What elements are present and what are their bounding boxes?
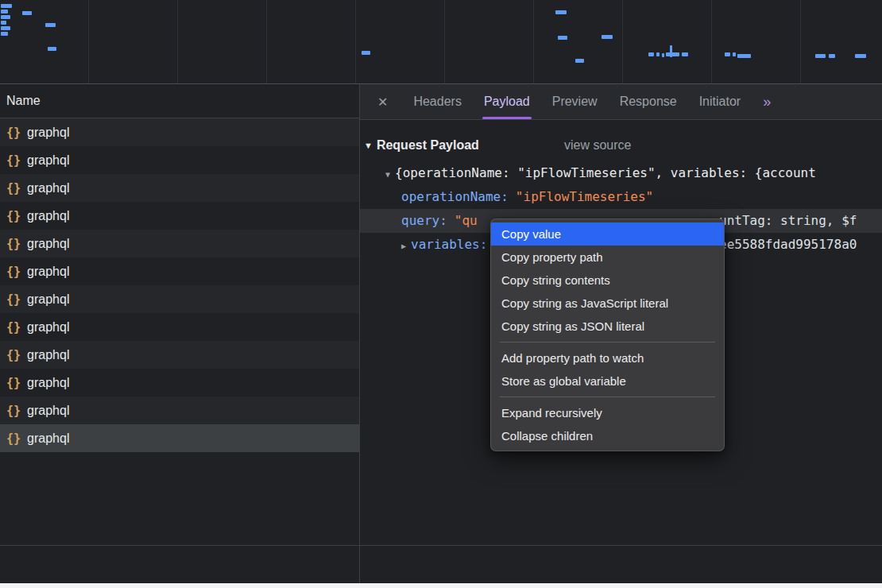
tab-response[interactable]: Response	[609, 84, 688, 119]
json-braces-icon: {}	[6, 209, 21, 223]
json-braces-icon: {}	[6, 376, 21, 390]
request-name: graphql	[27, 153, 69, 168]
menu-item-collapse-children[interactable]: Collapse children	[491, 424, 724, 447]
menu-item-copy-string-as-json-literal[interactable]: Copy string as JSON literal	[491, 315, 724, 338]
request-name: graphql	[27, 404, 69, 418]
menu-item-copy-value[interactable]: Copy value	[491, 222, 724, 246]
timeline-request-bar	[1, 32, 8, 36]
network-request-list-panel: Name {}graphql{}graphql{}graphql{}graphq…	[0, 84, 360, 545]
request-name: graphql	[27, 265, 69, 279]
timeline-request-bar	[662, 53, 664, 57]
name-column-header[interactable]: Name	[0, 84, 359, 118]
timeline-request-bar	[48, 47, 56, 51]
timeline-request-bar	[1, 4, 12, 8]
request-name: graphql	[27, 209, 69, 223]
menu-separator	[500, 397, 715, 397]
tab-payload[interactable]: Payload	[473, 84, 541, 119]
json-braces-icon: {}	[6, 181, 21, 195]
collapse-triangle-icon[interactable]: ▼	[385, 170, 390, 179]
request-name: graphql	[27, 237, 69, 251]
json-braces-icon: {}	[6, 237, 21, 251]
timeline-request-bar	[733, 52, 736, 56]
request-name: graphql	[27, 431, 69, 446]
context-menu: Copy valueCopy property pathCopy string …	[490, 219, 725, 451]
collapse-triangle-icon[interactable]: ▼	[364, 141, 373, 150]
timeline-overview[interactable]	[0, 0, 882, 84]
property-value-end: ee5588fdad995178a0	[719, 233, 857, 257]
property-value-start: "qu	[455, 213, 478, 228]
timeline-request-bar	[666, 52, 679, 56]
timeline-request-bar	[829, 54, 835, 58]
json-braces-icon: {}	[6, 126, 21, 140]
json-braces-icon: {}	[6, 292, 21, 307]
property-value-end: untTag: string, $f	[719, 209, 857, 233]
menu-item-add-property-path-to-watch[interactable]: Add property path to watch	[491, 346, 724, 369]
view-source-link[interactable]: view source	[564, 138, 631, 153]
timeline-request-bar	[670, 45, 672, 57]
timeline-request-bar	[575, 59, 584, 63]
more-tabs-icon[interactable]: »	[763, 94, 771, 110]
property-key: query:	[401, 213, 447, 228]
network-request-row[interactable]: {}graphql	[0, 146, 359, 174]
detail-tabbar: ✕ HeadersPayloadPreviewResponseInitiator…	[360, 84, 882, 120]
timeline-request-bar	[22, 11, 32, 15]
timeline-request-bar	[682, 52, 688, 56]
property-key: variables:	[411, 237, 487, 252]
panel-divider	[359, 545, 360, 583]
request-name: graphql	[27, 181, 69, 195]
menu-item-copy-string-as-javascript-literal[interactable]: Copy string as JavaScript literal	[491, 292, 724, 315]
request-payload-title: Request Payload	[377, 138, 479, 153]
tab-preview[interactable]: Preview	[541, 84, 609, 119]
json-braces-icon: {}	[6, 431, 21, 446]
menu-item-expand-recursively[interactable]: Expand recursively	[491, 401, 724, 424]
close-icon[interactable]: ✕	[360, 95, 402, 110]
request-name: graphql	[27, 126, 69, 140]
timeline-request-bar	[855, 54, 866, 58]
network-request-row[interactable]: {}graphql	[0, 230, 359, 257]
timeline-request-bar	[648, 52, 654, 56]
timeline-request-bar	[815, 54, 826, 58]
page-bottom-strip	[0, 583, 882, 588]
operation-name-row[interactable]: operationName:"ipFlowTimeseries"	[360, 185, 882, 209]
network-request-row[interactable]: {}graphql	[0, 174, 359, 202]
json-braces-icon: {}	[6, 320, 21, 335]
network-request-row[interactable]: {}graphql	[0, 118, 359, 146]
payload-root-row[interactable]: ▼{operationName: "ipFlowTimeseries", var…	[360, 161, 882, 185]
devtools-window: Name {}graphql{}graphql{}graphql{}graphq…	[0, 0, 882, 588]
name-column-label: Name	[6, 94, 41, 107]
network-request-row[interactable]: {}graphql	[0, 397, 359, 424]
timeline-request-bar	[602, 35, 613, 39]
timeline-request-bar	[1, 15, 10, 19]
detail-tabs: HeadersPayloadPreviewResponseInitiator	[402, 84, 752, 119]
network-request-row[interactable]: {}graphql	[0, 369, 359, 397]
timeline-request-bar	[558, 36, 567, 40]
request-name: graphql	[27, 348, 69, 362]
tab-initiator[interactable]: Initiator	[688, 84, 752, 119]
menu-item-copy-string-contents[interactable]: Copy string contents	[491, 269, 724, 292]
tab-headers[interactable]: Headers	[402, 84, 472, 119]
network-request-row[interactable]: {}graphql	[0, 285, 359, 313]
network-request-rows: {}graphql{}graphql{}graphql{}graphql{}gr…	[0, 118, 359, 452]
json-braces-icon: {}	[6, 153, 21, 168]
request-name: graphql	[27, 292, 69, 307]
menu-item-copy-property-path[interactable]: Copy property path	[491, 246, 724, 269]
network-request-row[interactable]: {}graphql	[0, 424, 359, 452]
request-name: graphql	[27, 376, 69, 390]
json-braces-icon: {}	[6, 404, 21, 418]
property-key: operationName:	[401, 189, 509, 204]
property-value: "ipFlowTimeseries"	[516, 189, 653, 204]
timeline-request-bar	[656, 52, 660, 56]
menu-item-store-as-global-variable[interactable]: Store as global variable	[491, 369, 724, 393]
network-request-row[interactable]: {}graphql	[0, 313, 359, 341]
network-request-row[interactable]: {}graphql	[0, 202, 359, 230]
timeline-request-bar	[555, 10, 567, 14]
payload-root-preview: {operationName: "ipFlowTimeseries", vari…	[395, 165, 816, 180]
json-braces-icon: {}	[6, 348, 21, 362]
timeline-request-bar	[1, 10, 8, 14]
network-request-row[interactable]: {}graphql	[0, 341, 359, 369]
expand-triangle-icon[interactable]: ▶	[401, 242, 406, 250]
network-request-row[interactable]: {}graphql	[0, 257, 359, 285]
timeline-request-bar	[362, 51, 370, 55]
timeline-request-bar	[1, 26, 10, 30]
request-payload-header-row: ▼ Request Payload view source	[360, 130, 882, 161]
